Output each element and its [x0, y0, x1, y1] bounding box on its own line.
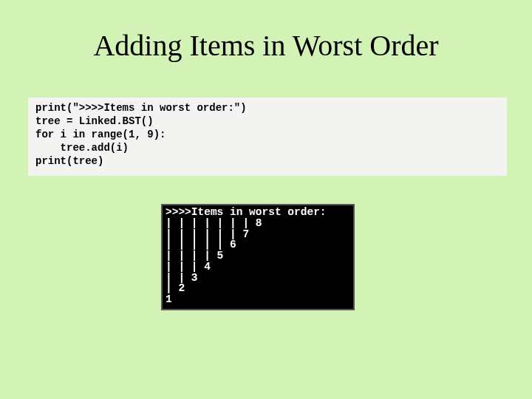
slide-title: Adding Items in Worst Order [0, 28, 532, 63]
source-code-block: print(">>>>Items in worst order:") tree … [28, 98, 507, 176]
console-output: >>>>Items in worst order: | | | | | | | … [161, 204, 355, 310]
slide: Adding Items in Worst Order print(">>>>I… [0, 0, 532, 399]
